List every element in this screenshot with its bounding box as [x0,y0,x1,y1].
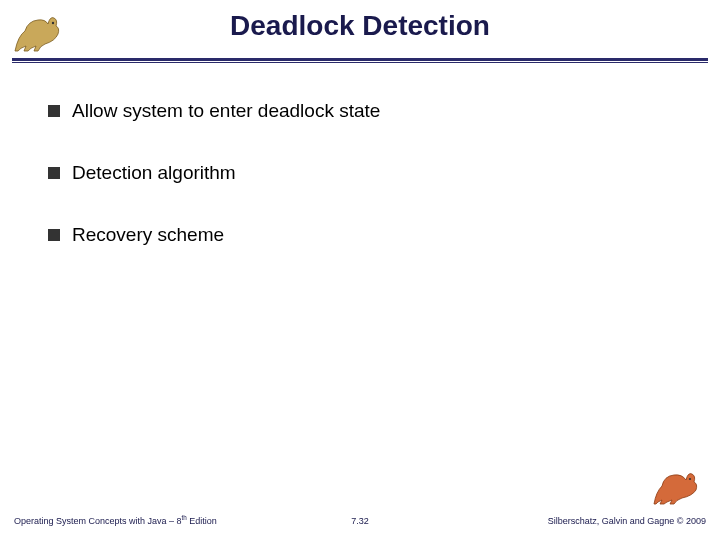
bullet-icon [48,105,60,117]
slide-footer: Operating System Concepts with Java – 8t… [0,506,720,526]
list-item: Recovery scheme [48,224,680,246]
svg-point-1 [689,478,691,480]
bullet-text: Allow system to enter deadlock state [72,100,380,122]
divider-thin [12,62,708,63]
bullet-text: Recovery scheme [72,224,224,246]
slide-title: Deadlock Detection [0,10,720,42]
slide-content: Allow system to enter deadlock state Det… [48,100,680,286]
slide: Deadlock Detection Allow system to enter… [0,0,720,540]
bullet-icon [48,229,60,241]
slide-header: Deadlock Detection [0,0,720,72]
footer-right: Silberschatz, Galvin and Gagne © 2009 [548,516,706,526]
list-item: Allow system to enter deadlock state [48,100,680,122]
bullet-text: Detection algorithm [72,162,236,184]
dinosaur-icon [650,464,706,508]
bullet-icon [48,167,60,179]
list-item: Detection algorithm [48,162,680,184]
divider-thick [12,58,708,61]
